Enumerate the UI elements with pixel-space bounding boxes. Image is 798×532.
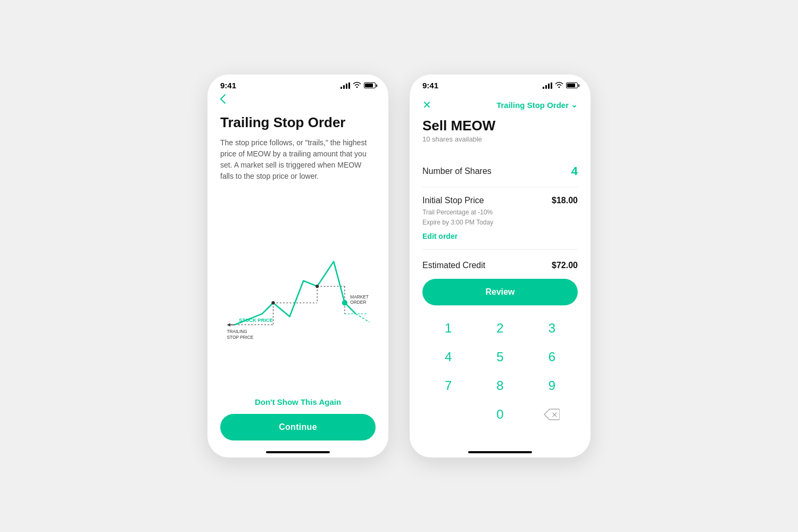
- svg-text:TRAILING: TRAILING: [227, 329, 247, 334]
- credit-value: $72.00: [552, 261, 578, 270]
- svg-point-10: [315, 285, 319, 288]
- order-type-label: Trailing Stop Order: [496, 101, 569, 110]
- numpad-backspace-button[interactable]: [526, 400, 578, 429]
- signal-icon-2: [543, 82, 552, 89]
- shares-value: 4: [571, 164, 578, 178]
- expire-label: Expire by 3:00 PM Today: [422, 218, 578, 228]
- svg-marker-12: [227, 323, 230, 326]
- trailing-stop-chart: STOCK PRICE MARKET ORDER TRAILING STOP P…: [218, 193, 378, 391]
- review-button[interactable]: Review: [422, 279, 578, 305]
- dont-show-link[interactable]: Don't Show This Again: [255, 397, 341, 406]
- wifi-icon-2: [555, 81, 563, 89]
- svg-text:STOP PRICE: STOP PRICE: [227, 335, 254, 340]
- credit-row: Estimated Credit $72.00: [422, 250, 578, 279]
- numpad-key-2[interactable]: 2: [474, 314, 526, 343]
- trail-percentage: Trail Percentage at -10%: [422, 207, 578, 218]
- home-indicator-2: [468, 451, 532, 453]
- stop-price-label: Initial Stop Price: [422, 196, 484, 205]
- status-icons-2: [543, 81, 578, 89]
- backspace-icon: [544, 409, 560, 420]
- home-indicator: [266, 451, 330, 453]
- svg-text:STOCK PRICE: STOCK PRICE: [239, 318, 272, 323]
- stop-price-value: $18.00: [552, 196, 578, 205]
- numpad-key-0[interactable]: 0: [474, 400, 526, 429]
- wifi-icon: [353, 81, 361, 89]
- numpad-key-8[interactable]: 8: [474, 371, 526, 400]
- svg-text:ORDER: ORDER: [350, 300, 366, 305]
- close-button[interactable]: ✕: [422, 98, 431, 111]
- credit-label: Estimated Credit: [422, 261, 485, 270]
- order-header: ✕ Trailing Stop Order ⌄: [410, 94, 591, 118]
- numpad-key-5[interactable]: 5: [474, 343, 526, 371]
- status-time: 9:41: [220, 81, 236, 90]
- svg-line-7: [356, 314, 370, 322]
- continue-button[interactable]: Continue: [220, 414, 376, 440]
- numpad-key-3[interactable]: 3: [526, 314, 578, 343]
- shares-label: Number of Shares: [422, 167, 492, 176]
- numpad: 1 2 3 4 5 6 7 8 9 0: [422, 314, 578, 429]
- numpad-key-9[interactable]: 9: [526, 371, 578, 400]
- order-type-selector[interactable]: Trailing Stop Order ⌄: [496, 100, 578, 110]
- shares-available: 10 shares available: [422, 135, 578, 143]
- status-bar-2: 9:41: [410, 74, 591, 94]
- numpad-key-7[interactable]: 7: [422, 371, 474, 400]
- sell-title: Sell MEOW: [422, 118, 578, 134]
- order-content: Sell MEOW 10 shares available Number of …: [410, 118, 591, 447]
- edit-order-link[interactable]: Edit order: [422, 232, 458, 240]
- numpad-key-4[interactable]: 4: [422, 343, 474, 371]
- back-button[interactable]: [220, 94, 376, 106]
- phone-info-screen: 9:41 Trailing Stop Order Th: [207, 74, 388, 458]
- info-title: Trailing Stop Order: [220, 114, 376, 131]
- info-description: The stop price follows, or "trails," the…: [220, 137, 376, 182]
- svg-point-9: [271, 301, 275, 304]
- status-bar: 9:41: [207, 74, 388, 94]
- stop-price-section: Initial Stop Price $18.00 Trail Percenta…: [422, 187, 578, 250]
- svg-point-8: [342, 300, 347, 305]
- status-icons: [340, 81, 376, 89]
- numpad-key-1[interactable]: 1: [422, 314, 474, 343]
- shares-row: Number of Shares 4: [422, 156, 578, 187]
- numpad-key-6[interactable]: 6: [526, 343, 578, 371]
- battery-icon-2: [566, 82, 578, 88]
- chevron-down-icon: ⌄: [571, 100, 578, 110]
- battery-icon: [364, 82, 376, 88]
- status-time-2: 9:41: [422, 81, 438, 90]
- phone-order-screen: 9:41 ✕ Trailing Stop Order ⌄: [410, 74, 591, 458]
- svg-text:MARKET: MARKET: [350, 295, 368, 300]
- chart-area: STOCK PRICE MARKET ORDER TRAILING STOP P…: [218, 193, 378, 391]
- signal-icon: [340, 82, 350, 89]
